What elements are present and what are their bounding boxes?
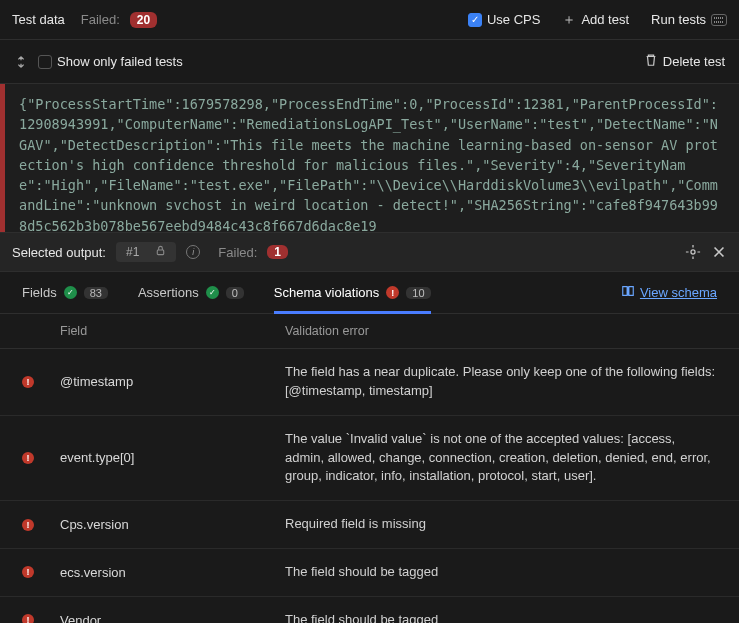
use-cps-label: Use CPS	[487, 12, 540, 27]
delete-test-button[interactable]: Delete test	[644, 53, 725, 70]
selected-output-bar: Selected output: #1 i Failed: 1	[0, 232, 739, 272]
table-row[interactable]: ! Vendor The field should be tagged	[0, 597, 739, 623]
plus-icon: ＋	[562, 11, 576, 29]
run-tests-label: Run tests	[651, 12, 706, 27]
tab-assertions[interactable]: Assertions ✓ 0	[138, 272, 244, 313]
error-icon: !	[386, 286, 399, 299]
error-icon: !	[22, 376, 34, 388]
check-icon: ✓	[206, 286, 219, 299]
tab-fields-count: 83	[84, 287, 108, 299]
error-icon: !	[22, 519, 34, 531]
error-icon: !	[22, 452, 34, 464]
svg-rect-0	[158, 250, 164, 255]
tab-schema-count: 10	[406, 287, 430, 299]
tab-fields[interactable]: Fields ✓ 83	[22, 272, 108, 313]
tabs-bar: Fields ✓ 83 Assertions ✓ 0 Schema violat…	[0, 272, 739, 314]
test-data-json[interactable]: {"ProcessStartTime":1679578298,"ProcessE…	[0, 84, 739, 232]
violation-error: The field should be tagged	[285, 563, 717, 582]
tab-assertions-label: Assertions	[138, 285, 199, 300]
checkbox-checked-icon: ✓	[468, 13, 482, 27]
delete-test-label: Delete test	[663, 54, 725, 69]
error-icon: !	[22, 566, 34, 578]
expand-collapse-icon[interactable]	[14, 55, 28, 69]
violation-field: Vendor	[60, 613, 285, 623]
col-error-header: Validation error	[285, 324, 717, 338]
tab-assertions-count: 0	[226, 287, 244, 299]
violations-table-header: Field Validation error	[0, 314, 739, 349]
header-bar: Test data Failed: 20 ✓ Use CPS ＋ Add tes…	[0, 0, 739, 40]
run-tests-button[interactable]: Run tests	[651, 12, 727, 27]
show-only-failed-label: Show only failed tests	[57, 54, 183, 69]
show-only-failed-toggle[interactable]: Show only failed tests	[38, 54, 183, 69]
trash-icon	[644, 53, 658, 70]
failed-label: Failed:	[81, 12, 120, 27]
view-schema-label: View schema	[640, 285, 717, 300]
svg-point-1	[691, 250, 695, 254]
output-hash: #1	[126, 245, 139, 259]
violation-field: @timestamp	[60, 374, 285, 389]
close-icon[interactable]	[711, 244, 727, 260]
selected-output-label: Selected output:	[12, 245, 106, 260]
violation-field: Cps.version	[60, 517, 285, 532]
violation-error: The value `Invalid value` is not one of …	[285, 430, 717, 487]
violation-error: The field should be tagged	[285, 611, 717, 623]
failed-count-badge: 20	[130, 12, 157, 28]
tab-schema-label: Schema violations	[274, 285, 380, 300]
output-failed-label: Failed:	[218, 245, 257, 260]
output-failed-count: 1	[267, 245, 288, 259]
violation-error: The field has a near duplicate. Please o…	[285, 363, 717, 401]
target-icon[interactable]	[685, 244, 701, 260]
add-test-label: Add test	[581, 12, 629, 27]
add-test-button[interactable]: ＋ Add test	[562, 11, 629, 29]
output-selector[interactable]: #1	[116, 242, 176, 262]
view-schema-link[interactable]: View schema	[621, 284, 717, 301]
violation-field: event.type[0]	[60, 450, 285, 465]
table-row[interactable]: ! ecs.version The field should be tagged	[0, 549, 739, 597]
col-field-header: Field	[60, 324, 285, 338]
violation-field: ecs.version	[60, 565, 285, 580]
violation-error: Required field is missing	[285, 515, 717, 534]
book-icon	[621, 284, 635, 301]
table-row[interactable]: ! Cps.version Required field is missing	[0, 501, 739, 549]
tab-fields-label: Fields	[22, 285, 57, 300]
info-icon[interactable]: i	[186, 245, 200, 259]
use-cps-toggle[interactable]: ✓ Use CPS	[468, 12, 540, 27]
error-icon: !	[22, 614, 34, 623]
table-row[interactable]: ! event.type[0] The value `Invalid value…	[0, 416, 739, 502]
tab-schema-violations[interactable]: Schema violations ! 10	[274, 272, 431, 313]
checkbox-unchecked-icon	[38, 55, 52, 69]
table-row[interactable]: ! @timestamp The field has a near duplic…	[0, 349, 739, 416]
lock-icon	[155, 245, 166, 259]
check-icon: ✓	[64, 286, 77, 299]
keyboard-icon	[711, 14, 727, 26]
sub-header-bar: Show only failed tests Delete test	[0, 40, 739, 84]
page-title: Test data	[12, 12, 65, 27]
